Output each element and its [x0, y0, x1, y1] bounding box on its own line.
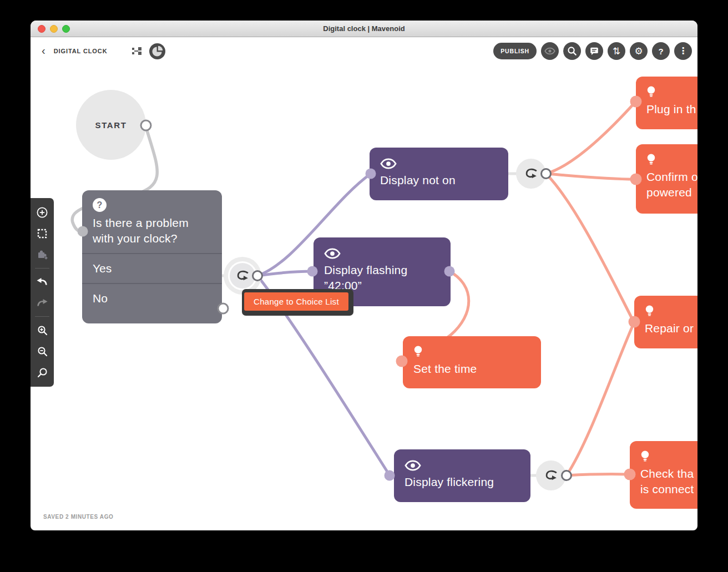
- add-node-button[interactable]: [31, 202, 54, 223]
- port-display-flashing-input[interactable]: [307, 266, 318, 277]
- zoom-in-icon: [37, 325, 48, 336]
- titlebar: Digital clock | Mavenoid: [31, 21, 697, 37]
- tool-divider: [35, 316, 49, 317]
- eye-icon: [324, 248, 341, 259]
- change-to-choice-list-tooltip: Change to Choice List: [242, 289, 353, 316]
- undo-button[interactable]: [31, 271, 54, 292]
- solution-text: Set the time: [413, 361, 530, 377]
- marquee-select-icon: [37, 229, 47, 239]
- solution-text-line1: Confirm o: [646, 169, 697, 185]
- marquee-select-button[interactable]: [31, 223, 54, 244]
- redo-button[interactable]: [31, 292, 54, 313]
- search-icon: [567, 46, 577, 56]
- canvas-tool-panel: [31, 198, 54, 387]
- app-window: Digital clock | Mavenoid ‹ DIGITAL CLOCK…: [31, 21, 697, 530]
- tool-divider: [35, 268, 49, 269]
- kebab-menu-icon: ⋮: [679, 47, 687, 55]
- puzzle-plus-icon: [37, 249, 48, 260]
- question-node-icon: ?: [93, 198, 107, 212]
- start-node[interactable]: START: [76, 90, 146, 160]
- comments-button[interactable]: [585, 42, 603, 60]
- flow-overview-icon[interactable]: [132, 47, 142, 55]
- port-set-time-input[interactable]: [396, 356, 408, 367]
- port-check-connected-input[interactable]: [624, 469, 636, 480]
- option-yes[interactable]: Yes: [82, 254, 222, 284]
- solution-node-plug-in[interactable]: Plug in th: [636, 77, 697, 129]
- comment-icon: [589, 46, 599, 56]
- add-template-button[interactable]: [31, 244, 54, 265]
- back-icon[interactable]: ‹: [42, 45, 46, 56]
- edge-to-confirm-powered: [546, 174, 635, 179]
- question-node[interactable]: ? Is there a problem with your clock? Ye…: [82, 190, 222, 323]
- port-plug-in-input[interactable]: [630, 96, 642, 108]
- start-label: START: [95, 120, 127, 130]
- zoom-reset-icon: [37, 367, 48, 378]
- window-title: Digital clock | Mavenoid: [31, 24, 697, 33]
- eye-icon: [544, 47, 555, 55]
- port-display-flashing-output[interactable]: [444, 266, 455, 277]
- port-loop-not-on-output[interactable]: [540, 168, 552, 179]
- up-down-arrows-icon: ⇅: [613, 47, 620, 56]
- solution-text-line2: powered: [646, 185, 697, 200]
- solution-text: Repair or: [645, 321, 697, 336]
- edge-flickering-to-repair: [567, 323, 634, 475]
- symptom-node-display-not-on[interactable]: Display not on: [370, 148, 508, 200]
- lightbulb-icon: [646, 153, 656, 166]
- symptom-text: Display not on: [380, 173, 498, 188]
- help-button[interactable]: ?: [652, 42, 670, 60]
- zoom-in-button[interactable]: [31, 320, 54, 341]
- port-display-not-on-input[interactable]: [366, 169, 376, 179]
- loop-arrow-icon: [524, 168, 539, 180]
- top-toolbar: ‹ DIGITAL CLOCK PUBLISH: [31, 37, 697, 65]
- saved-status: SAVED 2 MINUTES AGO: [43, 514, 113, 520]
- lightbulb-icon: [645, 305, 654, 317]
- solution-node-set-time[interactable]: Set the time: [403, 336, 541, 388]
- more-options-button[interactable]: ⋮: [674, 42, 692, 60]
- port-option-no-output[interactable]: [218, 303, 229, 315]
- preview-button[interactable]: [541, 42, 559, 60]
- undo-icon: [37, 277, 48, 286]
- port-display-flickering-input[interactable]: [385, 470, 395, 481]
- sort-button[interactable]: ⇅: [608, 42, 625, 60]
- analytics-pie-button[interactable]: [149, 43, 165, 59]
- solution-text-line2: is connect: [640, 482, 697, 497]
- edge-to-plug-in: [546, 103, 635, 174]
- option-no[interactable]: No: [82, 284, 222, 313]
- edge-to-check-connected: [567, 474, 629, 475]
- question-text: Is there a problem with your clock?: [93, 215, 211, 246]
- port-loop-flickering-output[interactable]: [561, 470, 572, 481]
- eye-icon: [380, 158, 397, 169]
- lightbulb-icon: [413, 345, 423, 358]
- change-to-choice-list-button[interactable]: Change to Choice List: [244, 292, 348, 311]
- loop-arrow-icon: [235, 270, 250, 282]
- loop-arrow-icon: [544, 469, 559, 482]
- zoom-out-icon: [37, 346, 48, 357]
- redo-icon: [37, 298, 48, 307]
- symptom-text: Display flickering: [405, 474, 520, 490]
- solution-node-repair[interactable]: Repair or: [634, 296, 697, 348]
- settings-button[interactable]: ⚙: [630, 42, 648, 60]
- zoom-out-button[interactable]: [31, 341, 54, 362]
- gear-icon: ⚙: [634, 47, 643, 56]
- port-confirm-powered-input[interactable]: [630, 174, 642, 185]
- lightbulb-icon: [646, 85, 656, 98]
- project-name: DIGITAL CLOCK: [54, 48, 108, 54]
- symptom-node-display-flickering[interactable]: Display flickering: [394, 449, 530, 502]
- eye-icon: [405, 460, 421, 471]
- zoom-reset-button[interactable]: [31, 362, 54, 383]
- port-loop-question-output[interactable]: [252, 270, 263, 281]
- port-start-output[interactable]: [140, 120, 152, 131]
- port-repair-input[interactable]: [629, 316, 640, 328]
- edge-not-on-to-repair: [546, 174, 633, 321]
- question-mark-icon: ?: [658, 47, 663, 55]
- publish-button[interactable]: PUBLISH: [493, 43, 537, 59]
- pie-chart-icon: [151, 45, 163, 57]
- lightbulb-icon: [640, 450, 650, 463]
- solution-node-confirm-powered[interactable]: Confirm o powered: [636, 144, 697, 214]
- port-question-input[interactable]: [78, 226, 88, 237]
- solution-text: Plug in th: [646, 102, 697, 117]
- solution-node-check-connected[interactable]: Check tha is connect: [630, 441, 697, 509]
- search-button[interactable]: [563, 42, 581, 60]
- solution-text-line1: Check tha: [640, 466, 697, 482]
- plus-circle-icon: [37, 207, 48, 218]
